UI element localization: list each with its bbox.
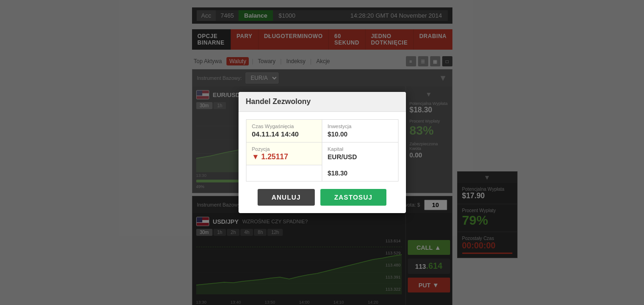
position-price: 1.25117 — [261, 153, 288, 161]
trade-confirmation-modal: Handel Zezwolony Czas Wygaśnięcia 04.11.… — [239, 92, 406, 213]
modal-title: Handel Zezwolony — [239, 92, 406, 112]
modal-expiry-date: 04.11.14 14:40 — [252, 130, 299, 138]
modal-capital-label: Kapitał — [328, 146, 392, 152]
modal-profit-cell: $18.30 — [322, 165, 398, 181]
apply-button[interactable]: ZASTOSUJ — [320, 189, 386, 206]
modal-overlay: Handel Zezwolony Czas Wygaśnięcia 04.11.… — [0, 0, 644, 305]
modal-grid: Czas Wygaśnięcia 04.11.14 14:40 Inwestyc… — [246, 119, 398, 182]
modal-investment-value: $10.00 — [328, 130, 348, 138]
modal-expiry-label: Czas Wygaśnięcia — [252, 123, 316, 129]
modal-capital-value: EUR/USD — [328, 153, 357, 161]
cancel-button[interactable]: ANULUJ — [258, 189, 315, 206]
modal-expiry-cell: Czas Wygaśnięcia 04.11.14 14:40 — [246, 120, 322, 143]
position-arrow-icon: ▼ — [252, 153, 259, 161]
modal-investment-label: Inwestycja — [328, 123, 392, 129]
modal-buttons: ANULUJ ZASTOSUJ — [246, 189, 398, 206]
modal-capital-cell: Kapitał EUR/USD — [322, 143, 398, 165]
modal-position-value: ▼ 1.25117 — [252, 153, 288, 161]
modal-body: Czas Wygaśnięcia 04.11.14 14:40 Inwestyc… — [239, 112, 406, 213]
modal-profit-value: $18.30 — [328, 169, 348, 177]
modal-position-cell: Pozycja ▼ 1.25117 — [246, 143, 322, 165]
modal-position-label: Pozycja — [252, 146, 316, 152]
modal-empty-cell — [246, 165, 322, 181]
modal-investment-cell: Inwestycja $10.00 — [322, 120, 398, 143]
